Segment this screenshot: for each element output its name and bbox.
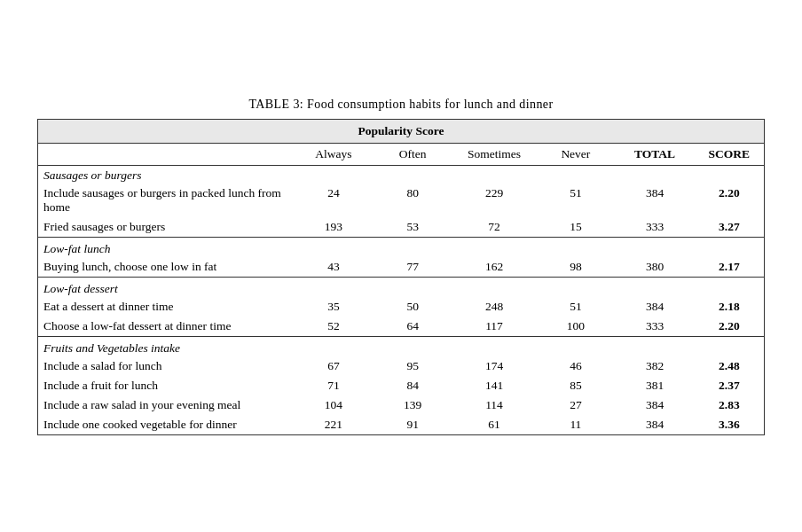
row-score: 2.83 — [695, 395, 765, 415]
row-label: Include one cooked vegetable for dinner — [38, 415, 295, 435]
table-row: Eat a dessert at dinner time355024851384… — [38, 297, 765, 317]
row-often: 139 — [373, 395, 452, 415]
row-sometimes: 114 — [452, 395, 537, 415]
table-title: TABLE 3: Food consumption habits for lun… — [37, 98, 765, 112]
section-title-row: Fruits and Vegetables intake — [38, 336, 765, 356]
row-always: 52 — [294, 317, 373, 337]
table-row: Include one cooked vegetable for dinner2… — [38, 415, 765, 435]
row-never: 51 — [536, 184, 615, 217]
data-table: Popularity Score Always Often Sometimes … — [37, 119, 765, 435]
col-sometimes-header: Sometimes — [452, 143, 537, 165]
col-score-header: SCORE — [695, 143, 765, 165]
row-total: 384 — [616, 395, 695, 415]
section-title-row: Sausages or burgers — [38, 165, 765, 184]
col-always-header: Always — [294, 143, 373, 165]
col-never-header: Never — [536, 143, 615, 165]
row-sometimes: 248 — [452, 297, 537, 317]
row-label: Include a fruit for lunch — [38, 376, 295, 395]
popularity-header: Popularity Score — [38, 119, 765, 143]
row-always: 24 — [294, 184, 373, 217]
row-often: 53 — [373, 217, 452, 238]
table-row: Include a fruit for lunch7184141853812.3… — [38, 376, 765, 395]
section-title-row: Low-fat lunch — [38, 237, 765, 257]
row-always: 221 — [294, 415, 373, 435]
table-row: Fried sausages or burgers1935372153333.2… — [38, 217, 765, 238]
row-often: 64 — [373, 317, 452, 337]
row-total: 381 — [616, 376, 695, 395]
row-score: 3.27 — [695, 217, 765, 238]
section-title: Low-fat dessert — [38, 277, 765, 297]
row-label: Include a raw salad in your evening meal — [38, 395, 295, 415]
row-never: 15 — [536, 217, 615, 238]
row-never: 11 — [536, 415, 615, 435]
row-label: Buying lunch, choose one low in fat — [38, 257, 295, 278]
row-total: 333 — [616, 317, 695, 337]
section-title-row: Low-fat dessert — [38, 277, 765, 297]
row-never: 85 — [536, 376, 615, 395]
row-total: 384 — [616, 297, 695, 317]
row-never: 51 — [536, 297, 615, 317]
row-sometimes: 162 — [452, 257, 537, 278]
row-total: 384 — [616, 415, 695, 435]
row-sometimes: 141 — [452, 376, 537, 395]
row-label: Choose a low-fat dessert at dinner time — [38, 317, 295, 337]
table-row: Include a raw salad in your evening meal… — [38, 395, 765, 415]
row-always: 35 — [294, 297, 373, 317]
col-often-header: Often — [373, 143, 452, 165]
table-row: Include a salad for lunch6795174463822.4… — [38, 356, 765, 376]
section-title: Fruits and Vegetables intake — [38, 336, 765, 356]
row-never: 46 — [536, 356, 615, 376]
row-sometimes: 229 — [452, 184, 537, 217]
row-score: 2.37 — [695, 376, 765, 395]
row-score: 2.48 — [695, 356, 765, 376]
row-score: 2.17 — [695, 257, 765, 278]
row-often: 77 — [373, 257, 452, 278]
row-always: 67 — [294, 356, 373, 376]
row-often: 95 — [373, 356, 452, 376]
row-always: 71 — [294, 376, 373, 395]
row-never: 98 — [536, 257, 615, 278]
row-label: Include sausages or burgers in packed lu… — [38, 184, 295, 217]
table-row: Buying lunch, choose one low in fat43771… — [38, 257, 765, 278]
row-often: 80 — [373, 184, 452, 217]
row-label: Fried sausages or burgers — [38, 217, 295, 238]
row-total: 382 — [616, 356, 695, 376]
row-total: 333 — [616, 217, 695, 238]
col-total-header: TOTAL — [616, 143, 695, 165]
row-score: 3.36 — [695, 415, 765, 435]
row-always: 193 — [294, 217, 373, 238]
row-never: 27 — [536, 395, 615, 415]
page-container: TABLE 3: Food consumption habits for lun… — [37, 98, 765, 435]
section-title: Low-fat lunch — [38, 237, 765, 257]
row-often: 50 — [373, 297, 452, 317]
row-score: 2.20 — [695, 317, 765, 337]
row-label: Eat a dessert at dinner time — [38, 297, 295, 317]
table-row: Choose a low-fat dessert at dinner time5… — [38, 317, 765, 337]
col-label-header — [38, 143, 295, 165]
row-sometimes: 61 — [452, 415, 537, 435]
row-total: 380 — [616, 257, 695, 278]
row-sometimes: 117 — [452, 317, 537, 337]
row-sometimes: 72 — [452, 217, 537, 238]
section-title: Sausages or burgers — [38, 165, 765, 184]
row-often: 91 — [373, 415, 452, 435]
row-score: 2.18 — [695, 297, 765, 317]
row-sometimes: 174 — [452, 356, 537, 376]
row-total: 384 — [616, 184, 695, 217]
table-row: Include sausages or burgers in packed lu… — [38, 184, 765, 217]
row-score: 2.20 — [695, 184, 765, 217]
row-often: 84 — [373, 376, 452, 395]
row-always: 104 — [294, 395, 373, 415]
row-always: 43 — [294, 257, 373, 278]
row-label: Include a salad for lunch — [38, 356, 295, 376]
row-never: 100 — [536, 317, 615, 337]
